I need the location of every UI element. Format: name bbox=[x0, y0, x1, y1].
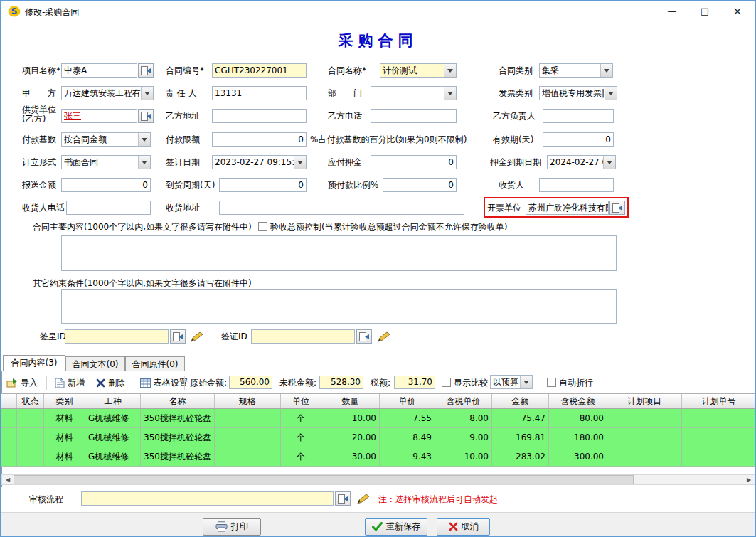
untaxed-amount-value[interactable]: 528.30 bbox=[319, 376, 363, 389]
receiver-input[interactable] bbox=[539, 178, 614, 192]
sign-date-picker[interactable]: 2023-02-27 09:15:1 bbox=[212, 155, 307, 169]
audit-flow-input[interactable] bbox=[81, 491, 334, 506]
invoice-type-select[interactable]: 增值税专用发票|6% bbox=[539, 86, 617, 100]
table-cell[interactable]: 30.00 bbox=[321, 447, 380, 466]
main-content-textarea[interactable] bbox=[61, 235, 617, 271]
scroll-right-icon[interactable]: ▶ bbox=[743, 475, 755, 484]
table-cell[interactable] bbox=[17, 409, 44, 427]
contract-no-input[interactable]: CGHT230227001 bbox=[212, 63, 307, 78]
manager-input[interactable]: 13131 bbox=[212, 86, 307, 100]
receive-address-input[interactable] bbox=[219, 201, 464, 215]
original-amount-value[interactable]: 560.00 bbox=[229, 376, 272, 389]
import-button[interactable]: 导入 bbox=[4, 375, 41, 390]
table-cell[interactable]: G机械维修 bbox=[85, 409, 141, 427]
delete-button[interactable]: 删除 bbox=[93, 375, 128, 390]
visa-id-input[interactable] bbox=[251, 329, 355, 344]
receiver-phone-input[interactable] bbox=[66, 201, 151, 215]
audit-flow-edit-button[interactable] bbox=[354, 491, 373, 506]
deposit-input[interactable]: 0 bbox=[371, 155, 457, 169]
party-a-select[interactable]: 万达建筑安装工程有 bbox=[61, 86, 154, 100]
table-cell[interactable]: 材料 bbox=[44, 447, 85, 466]
table-cell[interactable]: 8.49 bbox=[380, 428, 435, 447]
grid-column-header[interactable]: 类别 bbox=[44, 394, 85, 408]
scroll-left-icon[interactable]: ◀ bbox=[2, 475, 14, 484]
minimize-button[interactable]: — bbox=[656, 1, 688, 22]
table-cell[interactable]: 材料 bbox=[44, 409, 85, 427]
table-cell[interactable]: 20.00 bbox=[321, 428, 380, 447]
show-compare-checkbox[interactable] bbox=[442, 378, 451, 387]
tax-value[interactable]: 31.70 bbox=[394, 376, 435, 389]
prepay-pct-input[interactable]: 0 bbox=[383, 178, 457, 192]
project-lookup-button[interactable] bbox=[138, 63, 154, 78]
tab-contract-content[interactable]: 合同内容(3) bbox=[3, 355, 65, 371]
table-cell[interactable] bbox=[682, 428, 755, 447]
compare-mode-select[interactable]: 以预算 bbox=[490, 375, 533, 389]
table-cell[interactable]: 350搅拌机砼轮盘 bbox=[141, 447, 215, 466]
table-cell[interactable]: 10.00 bbox=[321, 409, 380, 427]
table-cell[interactable]: 75.47 bbox=[492, 409, 549, 427]
memo-id-lookup-button[interactable] bbox=[170, 329, 186, 344]
grid-column-header[interactable]: 计划项目 bbox=[607, 394, 682, 408]
grid-column-header[interactable]: 计划单号 bbox=[682, 394, 755, 408]
pay-limit-input[interactable]: 0 bbox=[212, 132, 307, 147]
table-cell[interactable]: 材料 bbox=[44, 428, 85, 447]
table-cell[interactable]: G机械维修 bbox=[85, 447, 141, 466]
category-select[interactable]: 集采 bbox=[539, 63, 613, 78]
row-indicator[interactable] bbox=[1, 428, 17, 447]
visa-id-edit-button[interactable] bbox=[375, 329, 393, 344]
print-button[interactable]: 打印 bbox=[203, 518, 261, 536]
pay-base-select[interactable]: 按合同金额 bbox=[61, 132, 151, 147]
table-cell[interactable] bbox=[17, 428, 44, 447]
memo-id-edit-button[interactable] bbox=[188, 329, 206, 344]
table-cell[interactable]: 10.00 bbox=[435, 447, 492, 466]
table-cell[interactable]: 个 bbox=[281, 447, 321, 466]
grid-column-header[interactable]: 数量 bbox=[321, 394, 380, 408]
grid-column-header[interactable]: 单位 bbox=[281, 394, 321, 408]
table-cell[interactable] bbox=[215, 447, 281, 466]
table-cell[interactable]: 169.81 bbox=[492, 428, 549, 447]
table-row[interactable]: 材料G机械维修350搅拌机砼轮盘个20.008.499.00169.81180.… bbox=[1, 428, 755, 447]
table-cell[interactable]: 9.00 bbox=[435, 428, 492, 447]
table-cell[interactable]: 350搅拌机砼轮盘 bbox=[141, 409, 215, 427]
department-select[interactable] bbox=[371, 86, 457, 100]
grid-column-header[interactable]: 规格 bbox=[215, 394, 281, 408]
table-cell[interactable]: 个 bbox=[281, 428, 321, 447]
party-b-phone-input[interactable] bbox=[371, 109, 457, 123]
table-cell[interactable] bbox=[17, 447, 44, 466]
grid-settings-button[interactable]: 表格设置 bbox=[137, 375, 191, 390]
table-row[interactable]: 材料G机械维修350搅拌机砼轮盘个30.009.4310.00283.02300… bbox=[1, 447, 755, 467]
auto-wrap-checkbox[interactable] bbox=[547, 378, 556, 387]
visa-id-lookup-button[interactable] bbox=[356, 329, 372, 344]
grid-column-header[interactable]: 含税金额 bbox=[549, 394, 607, 408]
row-indicator[interactable] bbox=[1, 447, 17, 466]
table-cell[interactable]: 7.55 bbox=[380, 409, 435, 427]
table-cell[interactable]: 8.00 bbox=[435, 409, 492, 427]
report-amount-input[interactable]: 0 bbox=[61, 178, 151, 192]
acceptance-total-checkbox[interactable] bbox=[258, 222, 267, 231]
table-cell[interactable]: 300.00 bbox=[549, 447, 607, 466]
invoice-unit-input[interactable]: 苏州广欣净化科技有限 bbox=[526, 201, 609, 215]
tab-contract-text[interactable]: 合同文本(0) bbox=[65, 356, 125, 371]
grid-column-header[interactable]: 状态 bbox=[17, 394, 44, 408]
table-cell[interactable]: 283.02 bbox=[492, 447, 549, 466]
supplier-input[interactable]: 张三 bbox=[61, 109, 137, 123]
project-name-input[interactable]: 中泰A bbox=[61, 63, 137, 78]
table-cell[interactable]: 个 bbox=[281, 409, 321, 427]
table-cell[interactable]: 180.00 bbox=[549, 428, 607, 447]
delivery-days-input[interactable]: 0 bbox=[219, 178, 307, 192]
maximize-button[interactable]: □ bbox=[688, 1, 721, 22]
tab-contract-original[interactable]: 合同原件(0) bbox=[125, 356, 185, 371]
table-cell[interactable] bbox=[682, 447, 755, 466]
table-cell[interactable]: 80.00 bbox=[549, 409, 607, 427]
grid-column-header[interactable]: 工种 bbox=[85, 394, 141, 408]
grid-column-header[interactable]: 单价 bbox=[380, 394, 435, 408]
other-terms-textarea[interactable] bbox=[61, 289, 617, 324]
horizontal-scrollbar[interactable]: ◀ ▶ bbox=[1, 474, 755, 485]
table-cell[interactable] bbox=[682, 409, 755, 427]
table-cell[interactable] bbox=[215, 428, 281, 447]
table-cell[interactable] bbox=[607, 447, 682, 466]
table-cell[interactable]: 350搅拌机砼轮盘 bbox=[141, 428, 215, 447]
table-cell[interactable] bbox=[215, 409, 281, 427]
scrollbar-thumb[interactable] bbox=[14, 475, 634, 484]
party-b-address-input[interactable] bbox=[212, 109, 307, 123]
